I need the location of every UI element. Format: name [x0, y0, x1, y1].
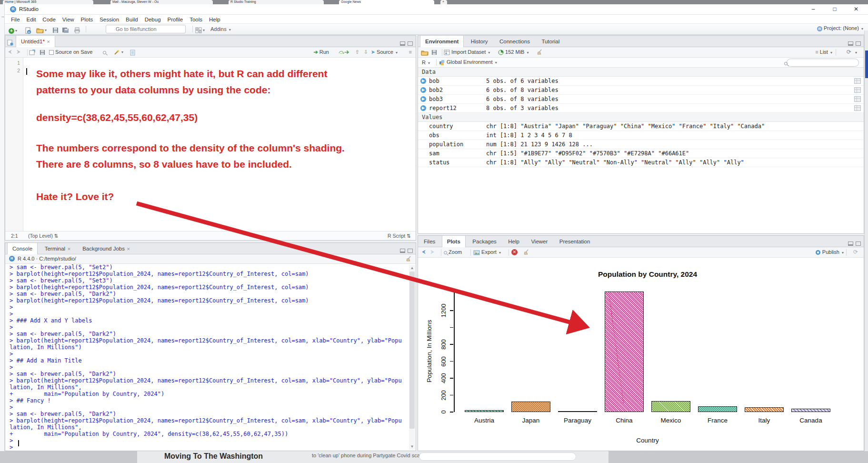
maximize-button[interactable]: □	[828, 6, 842, 12]
up-icon[interactable]: ⇧	[355, 49, 359, 55]
environment-search-input[interactable]	[787, 59, 859, 67]
view-table-icon[interactable]	[854, 96, 861, 102]
publish-button[interactable]: Publish ▾	[815, 249, 845, 255]
value-row[interactable]: statuschr [1:8] "Ally" "Ally" "Neutral" …	[418, 158, 864, 167]
save-button[interactable]	[52, 26, 59, 34]
tab-packages[interactable]: Packages	[468, 236, 501, 247]
goto-file-input[interactable]	[106, 25, 186, 33]
clear-environment-icon[interactable]	[536, 49, 543, 55]
outline-icon[interactable]: ≡	[409, 49, 412, 55]
minimize-pane-icon[interactable]	[848, 41, 853, 46]
minimize-pane-icon[interactable]	[400, 41, 405, 46]
value-row[interactable]: countrychr [1:8] "Austria" "Japan" "Para…	[418, 122, 864, 131]
value-row[interactable]: obsint [1:8] 1 2 3 4 5 6 7 8	[418, 131, 864, 140]
expand-icon[interactable]: ▶	[420, 78, 426, 84]
open-file-button[interactable]: ▾	[36, 26, 48, 34]
r-version-path[interactable]: R 4.4.0 · C:/temp/rstudio/	[18, 256, 76, 262]
expand-icon[interactable]: ▶	[420, 105, 426, 111]
tab-presentation[interactable]: Presentation	[555, 236, 595, 247]
tab-terminal[interactable]: Terminal✕	[40, 243, 76, 254]
load-workspace-icon[interactable]	[421, 49, 429, 56]
tab-background-jobs[interactable]: Background Jobs✕	[78, 243, 135, 254]
import-dataset-button[interactable]: Import Dataset ▾	[444, 49, 491, 55]
console-body[interactable]: > sam <- brewer.pal(5, "Set2")> barplot(…	[5, 264, 416, 451]
refresh-icon[interactable]: ⟳	[847, 49, 851, 55]
maximize-pane-icon[interactable]	[856, 242, 861, 246]
source-popout-icon[interactable]	[7, 38, 13, 47]
menu-item[interactable]: Plots	[78, 16, 97, 23]
tab-history[interactable]: History	[466, 36, 493, 47]
new-project-button[interactable]: R	[25, 26, 31, 34]
scroll-up-icon[interactable]: ▲	[409, 266, 415, 270]
tab-help[interactable]: Help	[503, 236, 524, 247]
data-object-row[interactable]: ▶bob36 obs. of 8 variables	[418, 95, 864, 104]
new-tab-button[interactable]: +	[440, 0, 447, 4]
code-tools-icon[interactable]: ▾	[114, 49, 124, 55]
browser-tab[interactable]: Home | Microsoft 365	[3, 0, 93, 4]
save-icon[interactable]	[40, 49, 45, 55]
scope-selector[interactable]: (Top Level) ⇅	[28, 233, 59, 239]
run-button[interactable]: ➔ Run	[314, 49, 329, 55]
menu-item[interactable]: View	[59, 16, 78, 23]
export-plot-button[interactable]: Export ▾	[473, 249, 502, 255]
memory-usage-button[interactable]: 152 MiB ▾	[498, 49, 530, 55]
menu-item[interactable]: Build	[122, 16, 141, 23]
rerun-button[interactable]: ⤼➔	[339, 49, 349, 55]
maximize-pane-icon[interactable]	[408, 249, 413, 253]
tab-environment[interactable]: Environment	[420, 36, 464, 47]
close-button[interactable]: ✕	[849, 6, 863, 12]
expand-icon[interactable]: ▶	[420, 96, 426, 102]
addins-menu[interactable]: Addins ▾	[210, 26, 232, 32]
back-icon[interactable]: ⮜	[8, 49, 12, 55]
tab-tutorial[interactable]: Tutorial	[537, 36, 564, 47]
minimize-pane-icon[interactable]	[848, 242, 853, 246]
value-row[interactable]: populationnum [1:8] 21 123 9 1426 128 ..…	[418, 140, 864, 149]
menu-item[interactable]: Edit	[23, 16, 40, 23]
scroll-down-icon[interactable]: ▼	[409, 444, 415, 449]
list-view-selector[interactable]: ≡ List ▾	[815, 49, 833, 55]
file-type-selector[interactable]: R Script ⇅	[388, 233, 411, 239]
find-replace-icon[interactable]	[103, 49, 106, 55]
data-object-row[interactable]: ▶report128 obs. of 3 variables	[418, 104, 864, 113]
menu-item[interactable]: Debug	[141, 16, 164, 23]
scrollbar-thumb[interactable]	[865, 50, 868, 78]
view-table-icon[interactable]	[854, 105, 861, 111]
zoom-plot-button[interactable]: Zoom	[444, 249, 462, 255]
down-icon[interactable]: ⇩	[364, 49, 368, 55]
view-table-icon[interactable]	[854, 87, 861, 93]
console-scrollbar[interactable]: ▲ ▼	[409, 265, 415, 450]
save-workspace-icon[interactable]	[431, 49, 437, 55]
tab-plots[interactable]: Plots	[442, 236, 466, 247]
refresh-plot-icon[interactable]: ⟳	[853, 249, 858, 255]
menu-item[interactable]: Profile	[164, 16, 187, 23]
maximize-pane-icon[interactable]	[408, 41, 413, 46]
remove-plot-icon[interactable]: ✕	[511, 249, 518, 255]
clear-console-icon[interactable]	[405, 255, 412, 262]
panes-layout-button[interactable]: ▾	[195, 26, 206, 34]
print-button[interactable]	[74, 26, 80, 34]
clear-plots-icon[interactable]	[523, 249, 529, 255]
refresh-caret[interactable]: ▾	[854, 50, 858, 55]
menu-item[interactable]: Tools	[186, 16, 206, 23]
data-object-row[interactable]: ▶bob26 obs. of 8 variables	[418, 86, 864, 95]
minimize-pane-icon[interactable]	[400, 249, 405, 253]
value-row[interactable]: samchr [1:5] "#1B9E77" "#D95F02" "#7570B…	[418, 149, 864, 158]
save-all-button[interactable]	[62, 26, 69, 34]
forward-icon[interactable]: ⮞	[17, 49, 20, 55]
browser-tab[interactable]: Google News	[339, 0, 434, 4]
browser-tab[interactable]: R Studio Training	[229, 0, 324, 4]
open-in-window-icon[interactable]	[29, 49, 35, 55]
previous-plot-icon[interactable]: ⮜	[422, 249, 426, 255]
tab-viewer[interactable]: Viewer	[526, 236, 552, 247]
compile-report-icon[interactable]	[130, 49, 135, 56]
menu-item[interactable]: Help	[206, 16, 224, 23]
new-file-button[interactable]: +▾	[9, 26, 18, 35]
browser-tab[interactable]: Mail - Maczuga, Steven W - Ou	[110, 0, 213, 4]
tab-connections[interactable]: Connections	[495, 36, 535, 47]
source-button[interactable]: ➤ Source ▾	[371, 49, 399, 55]
maximize-pane-icon[interactable]	[856, 41, 861, 46]
tab-console[interactable]: Console	[7, 243, 38, 254]
next-plot-icon[interactable]: ⮞	[430, 249, 434, 255]
project-menu[interactable]: R Project: (None) ▾	[817, 25, 864, 31]
data-object-row[interactable]: ▶bob5 obs. of 6 variables	[418, 77, 864, 86]
